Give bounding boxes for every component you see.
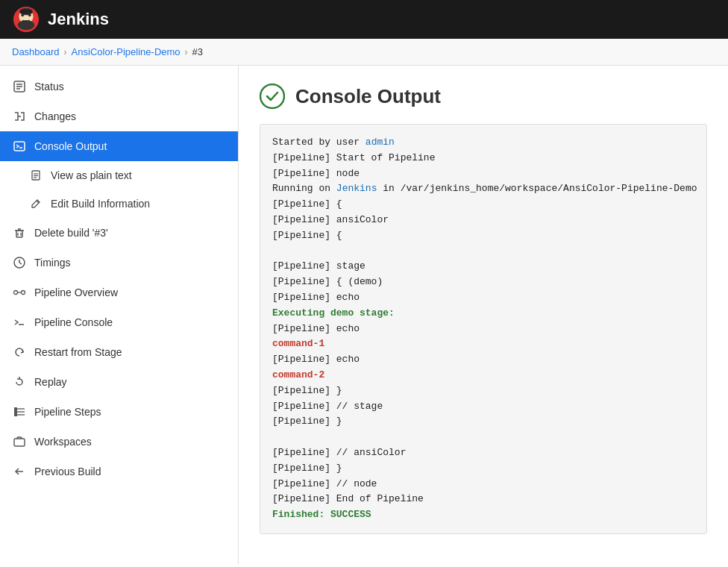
console-line (272, 244, 694, 260)
sidebar-item-pipeline-steps[interactable]: Pipeline Steps (0, 397, 238, 427)
pipeline-icon (12, 285, 27, 300)
breadcrumb-build: #3 (192, 46, 203, 57)
changes-icon (12, 109, 27, 124)
main-layout: Status Changes Console Out (0, 66, 728, 564)
app-title: Jenkins (48, 10, 109, 29)
sidebar-label-workspaces: Workspaces (34, 436, 226, 448)
breadcrumb: Dashboard › AnsiColor-Pipeline-Demo › #3 (0, 39, 728, 66)
console-line: command-2 (272, 368, 694, 383)
sidebar-label-timings: Timings (34, 257, 226, 269)
svg-point-39 (260, 84, 284, 108)
breadcrumb-pipeline[interactable]: AnsiColor-Pipeline-Demo (72, 46, 181, 57)
sidebar-item-pipeline-console[interactable]: Pipeline Console (0, 307, 238, 337)
prev-icon (12, 464, 27, 479)
sidebar-label-changes: Changes (34, 110, 226, 122)
console-line (272, 430, 694, 445)
sidebar-item-pipeline-overview[interactable]: Pipeline Overview (0, 278, 238, 307)
sidebar-label-view-plain: View as plain text (51, 169, 226, 181)
console-line: [Pipeline] // node (272, 477, 694, 492)
sidebar-item-console-output[interactable]: Console Output (0, 131, 238, 161)
console-line: [Pipeline] stage (272, 259, 694, 275)
sidebar-label-restart-stage: Restart from Stage (34, 346, 226, 358)
console-output-box[interactable]: Started by user admin[Pipeline] Start of… (260, 124, 707, 534)
sidebar-label-edit-build: Edit Build Information (51, 198, 226, 210)
sidebar-label-pipeline-overview: Pipeline Overview (34, 286, 226, 298)
svg-rect-35 (14, 410, 17, 413)
breadcrumb-sep-2: › (185, 47, 188, 57)
workspaces-icon (12, 434, 27, 449)
jenkins-logo-icon (12, 5, 40, 34)
console-line: Started by user admin (272, 135, 694, 151)
console-icon (12, 139, 27, 154)
console-line: [Pipeline] Start of Pipeline (272, 151, 694, 166)
sidebar-label-console-output: Console Output (34, 140, 226, 152)
console-line: [Pipeline] { (272, 197, 694, 213)
sidebar-label-replay: Replay (34, 376, 226, 388)
sidebar-item-restart-stage[interactable]: Restart from Stage (0, 337, 238, 367)
console-line: [Pipeline] echo (272, 290, 694, 306)
console-line: command-1 (272, 336, 694, 352)
svg-point-27 (14, 291, 18, 295)
clock-icon (12, 255, 27, 270)
sidebar-item-timings[interactable]: Timings (0, 248, 238, 278)
svg-rect-37 (14, 439, 25, 446)
restart-icon (12, 345, 27, 360)
console-link[interactable]: Jenkins (336, 183, 377, 194)
sidebar: Status Changes Console Out (0, 66, 239, 564)
sidebar-item-changes[interactable]: Changes (0, 101, 238, 131)
console-line: [Pipeline] ansiColor (272, 213, 694, 228)
success-check-icon (260, 84, 285, 109)
console-line: [Pipeline] echo (272, 352, 694, 368)
svg-rect-6 (19, 10, 32, 14)
console-line: [Pipeline] } (272, 383, 694, 399)
console-line: [Pipeline] End of Pipeline (272, 492, 694, 507)
sidebar-item-replay[interactable]: Replay (0, 367, 238, 397)
sidebar-item-delete-build[interactable]: Delete build '#3' (0, 218, 238, 248)
page-title: Console Output (295, 85, 441, 108)
edit-icon (28, 196, 43, 211)
console-link[interactable]: admin (365, 137, 395, 148)
trash-icon (12, 225, 27, 240)
doc-icon (28, 168, 43, 183)
page-header: Console Output (260, 84, 707, 109)
sidebar-item-edit-build-info[interactable]: Edit Build Information (0, 189, 238, 218)
svg-point-28 (22, 291, 25, 295)
svg-rect-36 (14, 413, 17, 416)
pipeline-console-icon (12, 315, 27, 330)
breadcrumb-sep-1: › (64, 47, 67, 57)
sidebar-label-delete-build: Delete build '#3' (34, 227, 226, 239)
jenkins-logo[interactable]: Jenkins (12, 5, 109, 34)
svg-rect-34 (14, 407, 17, 410)
console-line: [Pipeline] } (272, 414, 694, 430)
sidebar-label-pipeline-console: Pipeline Console (34, 316, 226, 328)
console-line: Finished: SUCCESS (272, 507, 694, 523)
svg-rect-19 (16, 231, 22, 237)
console-line: [Pipeline] // stage (272, 399, 694, 415)
sidebar-label-status: Status (34, 81, 226, 93)
console-line: Executing demo stage: (272, 306, 694, 322)
console-line: [Pipeline] { (272, 228, 694, 244)
sidebar-item-view-plain-text[interactable]: View as plain text (0, 161, 238, 189)
console-line: [Pipeline] } (272, 461, 694, 477)
status-icon (12, 79, 27, 94)
svg-line-26 (19, 263, 22, 264)
console-line: [Pipeline] echo (272, 322, 694, 337)
replay-icon (12, 375, 27, 389)
console-line: [Pipeline] { (demo) (272, 275, 694, 290)
sidebar-item-workspaces[interactable]: Workspaces (0, 427, 238, 457)
steps-icon (12, 404, 27, 419)
main-content: Console Output Started by user admin[Pip… (239, 66, 728, 564)
console-line: [Pipeline] // ansiColor (272, 445, 694, 461)
console-line: Running on Jenkins in /var/jenkins_home/… (272, 181, 694, 197)
app-header: Jenkins (0, 0, 728, 39)
sidebar-label-previous-build: Previous Build (34, 466, 226, 477)
console-line: [Pipeline] node (272, 166, 694, 182)
sidebar-item-previous-build[interactable]: Previous Build (0, 457, 238, 486)
sidebar-item-status[interactable]: Status (0, 72, 238, 101)
sidebar-label-pipeline-steps: Pipeline Steps (34, 406, 226, 418)
breadcrumb-dashboard[interactable]: Dashboard (12, 46, 60, 57)
